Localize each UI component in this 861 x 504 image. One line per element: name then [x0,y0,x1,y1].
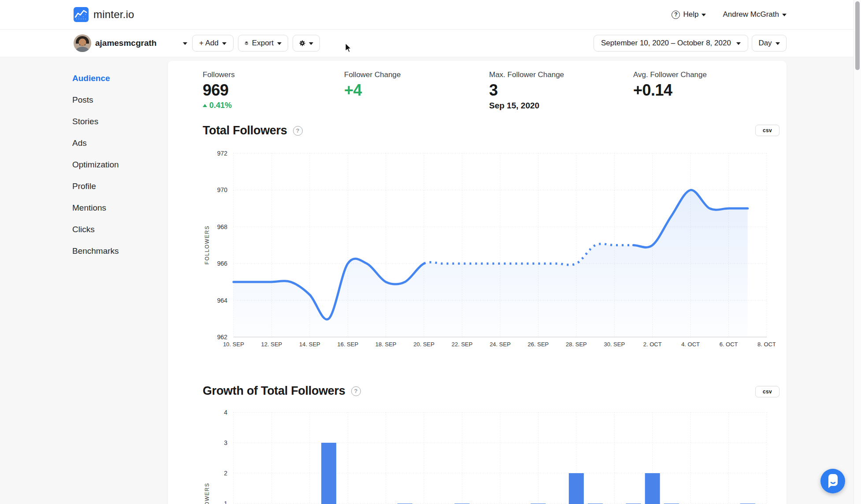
growth-followers-bar-chart: 4321FOLLOWERS [203,408,776,504]
account-selector[interactable]: ajamesmcgrath [95,34,187,52]
svg-text:970: 970 [217,186,228,193]
add-button[interactable]: + Add [192,35,234,52]
date-range-label: September 10, 2020 – October 8, 2020 [601,39,731,48]
sidebar-item-optimization[interactable]: Optimization [72,154,152,175]
sidebar-item-audience[interactable]: Audience [72,67,152,89]
layers-icon [245,39,249,47]
svg-text:4. OCT: 4. OCT [681,341,700,348]
stat-avg-follower-change: Avg. Follower Change +0.14 [633,70,707,99]
scrollbar-track[interactable] [854,0,861,504]
stat-value: 969 [203,82,235,99]
minterio-logo-icon [74,7,89,22]
svg-text:8. OCT: 8. OCT [757,341,776,348]
svg-text:2: 2 [224,470,227,477]
help-circle-icon[interactable]: ? [351,386,361,396]
csv-export-button[interactable]: csv [755,386,779,397]
chevron-down-icon [222,42,226,45]
csv-export-button[interactable]: csv [755,125,779,136]
svg-text:18. SEP: 18. SEP [375,341,397,348]
brand-name: minter.io [93,0,134,29]
chevron-down-icon [736,42,741,45]
stat-delta: 0.41% [203,101,235,110]
sidebar-item-ads[interactable]: Ads [72,132,152,154]
svg-text:2. OCT: 2. OCT [643,341,662,348]
stat-label: Followers [203,70,235,79]
svg-text:972: 972 [217,150,228,157]
svg-text:20. SEP: 20. SEP [413,341,434,348]
scrollbar-thumb[interactable] [855,1,860,70]
svg-text:6. OCT: 6. OCT [720,341,738,348]
svg-text:964: 964 [217,297,228,304]
stat-max-follower-change: Max. Follower Change 3 Sep 15, 2020 [489,70,564,111]
chevron-down-icon [183,42,187,45]
svg-text:12. SEP: 12. SEP [261,341,282,348]
chevron-down-icon [309,42,313,45]
stat-follower-change: Follower Change +4 [344,70,401,99]
granularity-button[interactable]: Day [752,35,787,52]
add-button-label: + Add [199,39,219,48]
section-total-followers: Total Followers ? [203,124,303,137]
export-button[interactable]: Export [238,35,288,52]
chevron-down-icon [277,42,282,45]
section-growth-followers: Growth of Total Followers ? [203,384,361,398]
help-menu[interactable]: ? Help [672,10,706,19]
chat-widget-button[interactable] [820,469,845,493]
section-title: Growth of Total Followers [203,384,345,398]
sidebar-item-clicks[interactable]: Clicks [72,219,152,240]
svg-text:10. SEP: 10. SEP [223,341,244,348]
svg-text:FOLLOWERS: FOLLOWERS [204,483,210,504]
sidebar-item-benchmarks[interactable]: Benchmarks [72,240,152,262]
stat-delta-value: 0.41% [209,101,232,110]
svg-text:968: 968 [217,223,228,230]
svg-text:966: 966 [217,260,228,267]
chevron-down-icon [701,14,706,16]
svg-text:28. SEP: 28. SEP [566,341,587,348]
help-label: Help [683,10,698,19]
sidebar-item-posts[interactable]: Posts [72,89,152,111]
export-button-label: Export [252,39,274,48]
svg-text:22. SEP: 22. SEP [452,341,473,348]
svg-text:4: 4 [224,409,227,416]
total-followers-line-chart: 97297096896696496210. SEP12. SEP14. SEP1… [203,147,776,351]
svg-text:24. SEP: 24. SEP [490,341,511,348]
stat-value: 3 [489,82,564,99]
svg-text:962: 962 [217,334,228,341]
granularity-label: Day [758,39,772,48]
topbar: minter.io ? Help Andrew McGrath [0,0,861,30]
svg-text:14. SEP: 14. SEP [299,341,320,348]
stat-label: Avg. Follower Change [633,70,707,79]
account-avatar[interactable] [74,34,91,52]
stat-value: +4 [344,82,401,99]
stat-label: Max. Follower Change [489,70,564,79]
svg-text:1: 1 [224,500,227,504]
chevron-down-icon [776,42,780,45]
user-menu[interactable]: Andrew McGrath [723,10,787,19]
svg-text:FOLLOWERS: FOLLOWERS [204,226,210,265]
arrow-up-icon [203,104,207,107]
sidebar-item-stories[interactable]: Stories [72,111,152,132]
help-circle-icon[interactable]: ? [293,126,303,136]
stat-date: Sep 15, 2020 [489,101,564,111]
minterio-app: minter.io ? Help Andrew McGrath ajamesmc… [0,0,861,504]
sidebar: Audience Posts Stories Ads Optimization … [72,67,152,262]
date-range-button[interactable]: September 10, 2020 – October 8, 2020 [594,35,748,52]
help-circle-icon: ? [672,11,680,19]
settings-button[interactable] [293,35,320,52]
svg-text:26. SEP: 26. SEP [528,341,549,348]
stat-value: +0.14 [633,82,707,99]
sidebar-item-mentions[interactable]: Mentions [72,197,152,219]
account-name: ajamesmcgrath [95,38,156,48]
chat-bubble-icon [820,469,845,493]
section-title: Total Followers [203,124,287,137]
stat-followers: Followers 969 0.41% [203,70,235,110]
gear-icon [299,39,305,48]
user-name: Andrew McGrath [723,10,779,19]
svg-text:3: 3 [224,439,227,446]
chevron-down-icon [782,14,787,16]
avatar-photo [74,34,91,52]
svg-text:30. SEP: 30. SEP [604,341,625,348]
stat-label: Follower Change [344,70,401,79]
sidebar-item-profile[interactable]: Profile [72,175,152,197]
svg-text:16. SEP: 16. SEP [337,341,358,348]
